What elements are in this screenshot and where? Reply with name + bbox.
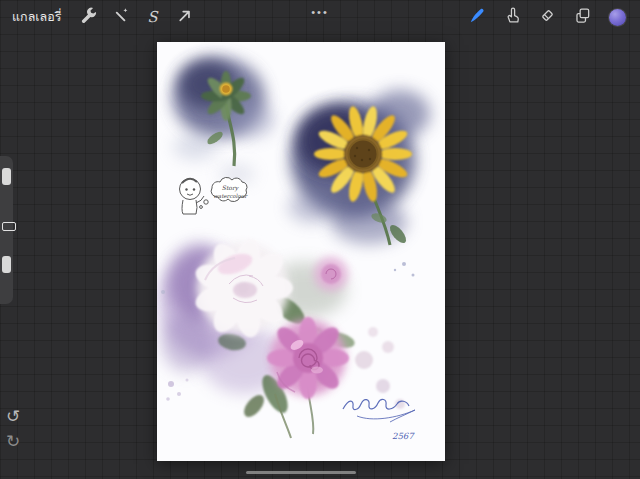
undo-redo-group: ↺ ↻ bbox=[2, 408, 24, 450]
redo-button[interactable]: ↻ bbox=[2, 433, 24, 450]
modify-button[interactable] bbox=[2, 222, 16, 231]
color-button[interactable] bbox=[604, 4, 630, 30]
wrench-icon bbox=[80, 7, 97, 27]
sidebar-slider-strip bbox=[0, 156, 13, 304]
top-toolbar: แกลเลอรี่ S bbox=[0, 0, 640, 32]
color-circle-icon bbox=[609, 9, 626, 26]
brush-size-slider[interactable] bbox=[2, 168, 11, 185]
smudge-button[interactable] bbox=[499, 4, 525, 30]
paint-brush-icon bbox=[468, 7, 486, 28]
watercolor-artwork: Story watercolour bbox=[157, 42, 445, 461]
procreate-app: แกลเลอรี่ S bbox=[0, 0, 640, 479]
speech-bubble-line1: Story bbox=[222, 184, 240, 192]
smudge-finger-icon bbox=[504, 7, 521, 27]
adjustments-button[interactable] bbox=[107, 4, 133, 30]
eraser-button[interactable] bbox=[534, 4, 560, 30]
selection-button[interactable]: S bbox=[139, 4, 165, 30]
actions-button[interactable] bbox=[75, 4, 101, 30]
magic-wand-icon bbox=[112, 7, 129, 27]
sunflower-painting bbox=[288, 90, 430, 277]
canvas-options-dots[interactable]: ••• bbox=[311, 6, 329, 18]
bouquet-painting bbox=[159, 237, 405, 438]
layers-icon bbox=[574, 7, 591, 27]
transform-button[interactable] bbox=[171, 4, 197, 30]
doodle-character: Story watercolour bbox=[180, 177, 249, 214]
undo-icon: ↺ bbox=[6, 406, 20, 426]
toolbar-right-group bbox=[464, 4, 630, 30]
toolbar-left-group: แกลเลอรี่ S bbox=[12, 4, 197, 30]
arrow-cursor-icon bbox=[176, 7, 193, 27]
sunflower-bud-painting bbox=[173, 58, 275, 184]
selection-s-icon: S bbox=[147, 8, 157, 26]
layers-button[interactable] bbox=[569, 4, 595, 30]
eraser-icon bbox=[539, 7, 556, 27]
brush-opacity-slider[interactable] bbox=[2, 256, 11, 273]
bottom-scroll-indicator[interactable] bbox=[246, 471, 356, 474]
redo-icon: ↻ bbox=[6, 431, 20, 451]
gallery-button[interactable]: แกลเลอรี่ bbox=[12, 4, 69, 30]
paint-button[interactable] bbox=[464, 4, 490, 30]
signature-year: 2567 bbox=[392, 431, 415, 441]
drawing-canvas[interactable]: Story watercolour bbox=[157, 42, 445, 461]
speech-bubble-line2: watercolour bbox=[213, 193, 248, 199]
undo-button[interactable]: ↺ bbox=[2, 408, 24, 425]
